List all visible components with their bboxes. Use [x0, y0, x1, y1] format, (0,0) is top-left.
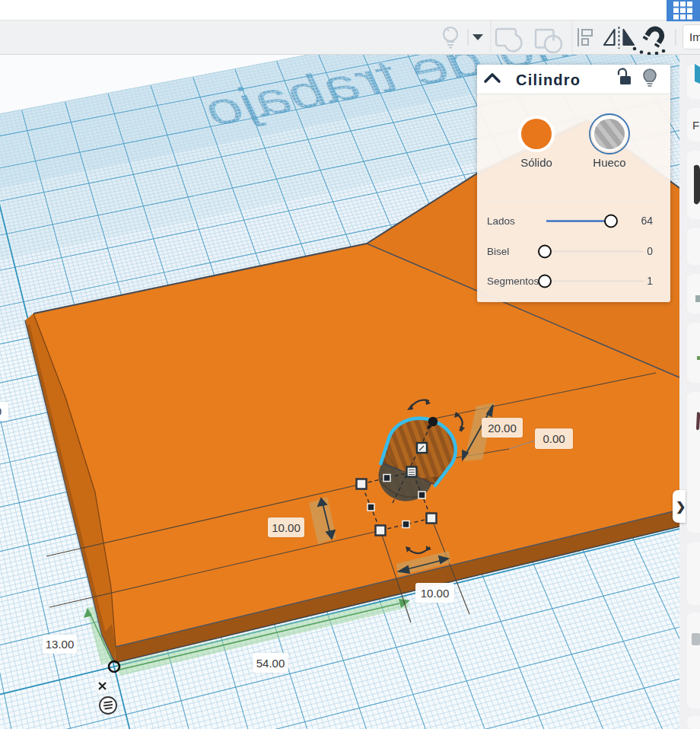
svg-text:Segmentos: Segmentos: [487, 275, 539, 287]
svg-text:F: F: [692, 119, 699, 132]
svg-text:Sólido: Sólido: [520, 156, 552, 169]
svg-text:64: 64: [641, 215, 653, 227]
svg-text:0: 0: [647, 245, 653, 257]
svg-text:Bisel: Bisel: [487, 246, 509, 257]
svg-text:Hueco: Hueco: [593, 156, 625, 169]
svg-text:1: 1: [647, 275, 653, 287]
svg-text:Lados: Lados: [487, 215, 515, 227]
